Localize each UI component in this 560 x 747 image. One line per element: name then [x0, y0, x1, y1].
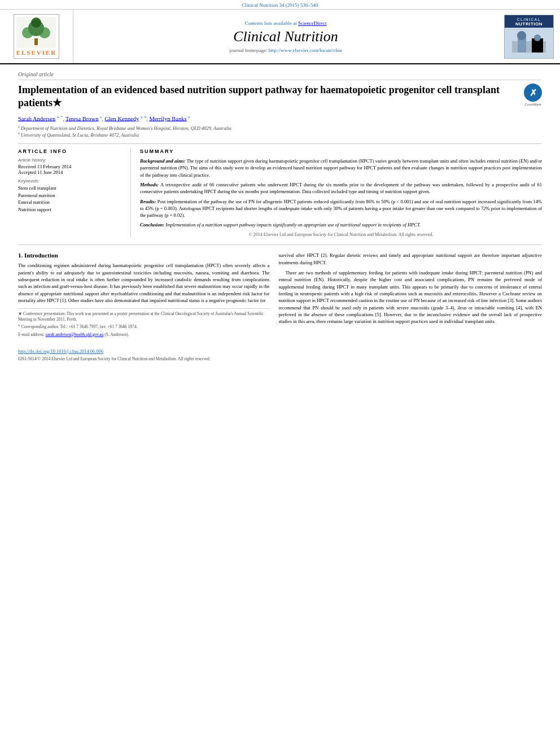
author-merrilyn[interactable]: Merrilyn Banks: [149, 115, 186, 121]
journal-homepage: journal homepage: http://www.elsevier.co…: [229, 47, 342, 53]
summary-text: Background and aims: The type of nutriti…: [140, 158, 542, 238]
section-number: 1.: [18, 252, 23, 259]
footnote-1: ★ Conference presentation: This work was…: [18, 311, 269, 322]
article-info-title: ARTICLE INFO: [18, 148, 124, 154]
body-left-text: The conditioning regimen administered du…: [18, 262, 269, 304]
affiliation-a: a Department of Nutrition and Dietetics,…: [18, 125, 542, 131]
info-summary-section: ARTICLE INFO Article history: Received 1…: [18, 143, 542, 238]
keyword-1: Stem cell transplant: [18, 185, 124, 192]
received-text: Received 13 February 2014: [18, 164, 124, 169]
crossmark-section[interactable]: ✗ CrossMark: [524, 84, 542, 106]
journal-header: ELSEVIER Contents lists available at Sci…: [0, 10, 560, 64]
footnote-email-link[interactable]: sarah.andersen@health.qld.gov.au: [46, 332, 104, 337]
citation-text: Clinical Nutrition 34 (2015) 536–540: [242, 2, 318, 8]
body-right-col: survival after HPCT [2]. Regular dieteti…: [278, 252, 542, 339]
keyword-4: Nutrition support: [18, 206, 124, 213]
affiliations: a Department of Nutrition and Dietetics,…: [18, 125, 542, 138]
affiliation-a-text: Department of Nutrition and Dietetics, R…: [21, 125, 231, 131]
intro-para-2: survival after HPCT [2]. Regular dieteti…: [278, 252, 542, 266]
section-divider: [18, 244, 542, 245]
elsevier-logo-section: ELSEVIER: [0, 10, 73, 63]
intro-para-1: The conditioning regimen administered du…: [18, 262, 269, 304]
homepage-url[interactable]: http://www.elsevier.com/locate/clnu: [269, 47, 342, 53]
cn-clinical-label: CLINICAL: [517, 18, 541, 21]
summary-title: SUMMARY: [140, 148, 542, 154]
author-teresa[interactable]: Teresa Brown: [65, 115, 98, 121]
elsevier-brand-text: ELSEVIER: [16, 49, 57, 56]
summary-results: Results: Post implementation of the path…: [140, 198, 542, 219]
keyword-3: Enteral nutrition: [18, 199, 124, 206]
section-title-text: Introduction: [24, 252, 58, 259]
title-section: Implementation of an evidenced based nut…: [18, 84, 542, 110]
cn-logo-svg: [506, 30, 552, 55]
cn-logo-image: [505, 28, 553, 58]
keywords-label: Keywords:: [18, 178, 124, 184]
summary-methods: Methods: A retrospective audit of 66 con…: [140, 181, 542, 195]
results-label: Results:: [140, 199, 156, 204]
affiliation-b-text: University of Queensland, St Lucia, Bris…: [21, 132, 139, 138]
sciencedirect-anchor[interactable]: ScienceDirect: [298, 20, 326, 26]
article-type: Original article: [18, 71, 542, 80]
title-star: ★: [53, 97, 62, 108]
body-two-col: 1. Introduction The conditioning regimen…: [18, 252, 542, 339]
intro-para-3: There are two methods of supplementary f…: [278, 269, 542, 325]
svg-point-11: [534, 34, 541, 41]
affiliation-b: b University of Queensland, St Lucia, Br…: [18, 132, 542, 138]
results-text: Post implementation of the pathway the u…: [140, 199, 542, 219]
cn-logo-section: CLINICAL NUTRITION: [498, 10, 560, 63]
homepage-label: journal homepage:: [229, 47, 267, 53]
conclusion-text: Implementation of a nutrition support pa…: [165, 222, 421, 228]
author-glen[interactable]: Glen Kennedy: [104, 115, 139, 121]
methods-label: Methods:: [140, 182, 159, 187]
footnote-email-suffix: (S. Andersen).: [104, 332, 129, 337]
citation-bar: Clinical Nutrition 34 (2015) 536–540: [0, 0, 560, 10]
main-content: Original article Implementation of an ev…: [0, 64, 560, 368]
bottom-copyright: 0261-5614/© 2014 Elsevier Ltd and Europe…: [18, 356, 542, 361]
background-label: Background and aims:: [140, 158, 185, 164]
article-info-col: ARTICLE INFO Article history: Received 1…: [18, 148, 131, 238]
author-sarah[interactable]: Sarah Andersen: [18, 115, 55, 121]
cn-nutrition-label: NUTRITION: [515, 21, 542, 27]
received-date: Received 13 February 2014 Accepted 11 Ju…: [18, 164, 124, 175]
keywords-list: Stem cell transplant Parenteral nutritio…: [18, 185, 124, 213]
footnote-3: E-mail address: sarah.andersen@health.ql…: [18, 332, 269, 338]
methods-text: A retrospective audit of 66 consecutive …: [140, 182, 542, 194]
crossmark-label: CrossMark: [524, 103, 541, 106]
summary-copyright: © 2014 Elsevier Ltd and European Society…: [140, 231, 542, 238]
bottom-links: http://dx.doi.org/10.1016/j.clnu.2014.06…: [18, 345, 542, 361]
svg-point-3: [22, 27, 33, 38]
article-title: Implementation of an evidenced based nut…: [18, 84, 524, 110]
summary-col: SUMMARY Background and aims: The type of…: [140, 148, 542, 238]
intro-heading: 1. Introduction: [18, 252, 269, 259]
history-label: Article history:: [18, 158, 124, 163]
crossmark-icon: ✗: [524, 84, 542, 102]
svg-point-5: [31, 18, 41, 28]
conclusion-label: Conclusion:: [140, 222, 164, 228]
svg-point-10: [517, 31, 526, 40]
authors-line: Sarah Andersen a, *, Teresa Brown a, Gle…: [18, 115, 542, 122]
elsevier-tree-icon: [16, 17, 56, 48]
accepted-text: Accepted 11 June 2014: [18, 169, 124, 175]
svg-rect-1: [34, 38, 38, 45]
doi-link[interactable]: http://dx.doi.org/10.1016/j.clnu.2014.06…: [18, 348, 542, 354]
footnote-2: * Corresponding author. Tel.: +61 7 3646…: [18, 324, 269, 330]
cn-logo-text: CLINICAL NUTRITION: [505, 15, 553, 28]
sciencedirect-link[interactable]: Contents lists available at ScienceDirec…: [245, 20, 327, 26]
body-right-text: survival after HPCT [2]. Regular dieteti…: [278, 252, 542, 325]
journal-center-info: Contents lists available at ScienceDirec…: [73, 10, 498, 63]
keyword-2: Parenteral nutrition: [18, 192, 124, 199]
elsevier-box: ELSEVIER: [14, 14, 60, 59]
body-left-col: 1. Introduction The conditioning regimen…: [18, 252, 269, 339]
cn-logo-figure: CLINICAL NUTRITION: [504, 15, 554, 59]
sciencedirect-prefix: Contents lists available at: [245, 20, 297, 26]
summary-background: Background and aims: The type of nutriti…: [140, 158, 542, 178]
svg-point-4: [39, 27, 50, 38]
background-text: The type of nutrition support given duri…: [140, 158, 542, 178]
footnote-email-label: E-mail address:: [18, 332, 46, 337]
journal-title: Clinical Nutrition: [233, 28, 338, 45]
summary-conclusion: Conclusion: Implementation of a nutritio…: [140, 221, 542, 228]
footnotes-section: ★ Conference presentation: This work was…: [18, 308, 269, 338]
article-title-text: Implementation of an evidenced based nut…: [18, 84, 500, 108]
